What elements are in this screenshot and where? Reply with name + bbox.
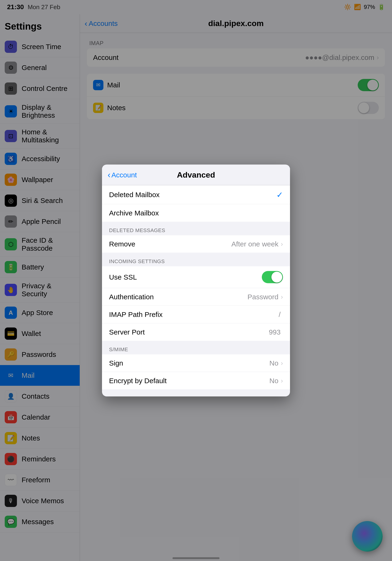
advanced-modal: ‹ Account Advanced Deleted Mailbox ✓ Arc… — [102, 165, 290, 397]
incoming-group: Use SSL Authentication Password › IMAP P… — [102, 266, 290, 341]
deleted-mailbox-label: Deleted Mailbox — [109, 191, 274, 199]
archive-mailbox-label: Archive Mailbox — [109, 209, 283, 217]
smime-group: Sign No › Encrypt by Default No › — [102, 355, 290, 389]
encrypt-value: No — [269, 377, 278, 385]
incoming-settings-label: INCOMING SETTINGS — [102, 253, 290, 266]
sign-chevron: › — [281, 359, 283, 367]
modal-back-button[interactable]: ‹ Account — [108, 170, 137, 180]
smime-label: S/MIME — [102, 341, 290, 355]
sign-row[interactable]: Sign No › — [102, 355, 290, 372]
imap-path-label: IMAP Path Prefix — [109, 311, 279, 319]
modal-back-chevron-icon: ‹ — [108, 170, 110, 180]
server-port-value: 993 — [269, 328, 281, 336]
remove-label: Remove — [109, 240, 231, 248]
authentication-row[interactable]: Authentication Password › — [102, 288, 290, 306]
server-port-label: Server Port — [109, 328, 269, 336]
imap-path-value: / — [279, 311, 281, 319]
remove-value: After one week — [231, 240, 279, 248]
deleted-messages-label: DELETED MESSAGES — [102, 222, 290, 235]
imap-path-row[interactable]: IMAP Path Prefix / — [102, 306, 290, 324]
encrypt-label: Encrypt by Default — [109, 377, 269, 385]
deleted-messages-group: Remove After one week › — [102, 235, 290, 253]
authentication-value: Password — [248, 293, 279, 301]
modal-title: Advanced — [177, 170, 215, 180]
use-ssl-label: Use SSL — [109, 273, 262, 281]
sign-label: Sign — [109, 359, 269, 367]
remove-chevron: › — [281, 240, 283, 248]
use-ssl-row: Use SSL — [102, 266, 290, 288]
ssl-toggle-knob — [272, 272, 282, 283]
encrypt-chevron: › — [281, 377, 283, 385]
modal-content: Deleted Mailbox ✓ Archive Mailbox DELETE… — [102, 185, 290, 397]
mailbox-group: Deleted Mailbox ✓ Archive Mailbox — [102, 185, 290, 222]
authentication-chevron: › — [281, 293, 283, 301]
sign-value: No — [269, 359, 278, 367]
archive-mailbox-row[interactable]: Archive Mailbox — [102, 204, 290, 222]
deleted-mailbox-check: ✓ — [276, 190, 283, 199]
ssl-toggle[interactable] — [262, 271, 283, 283]
modal-back-label: Account — [111, 171, 137, 179]
server-port-row[interactable]: Server Port 993 — [102, 324, 290, 341]
remove-row[interactable]: Remove After one week › — [102, 235, 290, 253]
encrypt-row[interactable]: Encrypt by Default No › — [102, 372, 290, 389]
deleted-mailbox-row[interactable]: Deleted Mailbox ✓ — [102, 185, 290, 204]
authentication-label: Authentication — [109, 293, 248, 301]
modal-nav: ‹ Account Advanced — [102, 165, 290, 185]
